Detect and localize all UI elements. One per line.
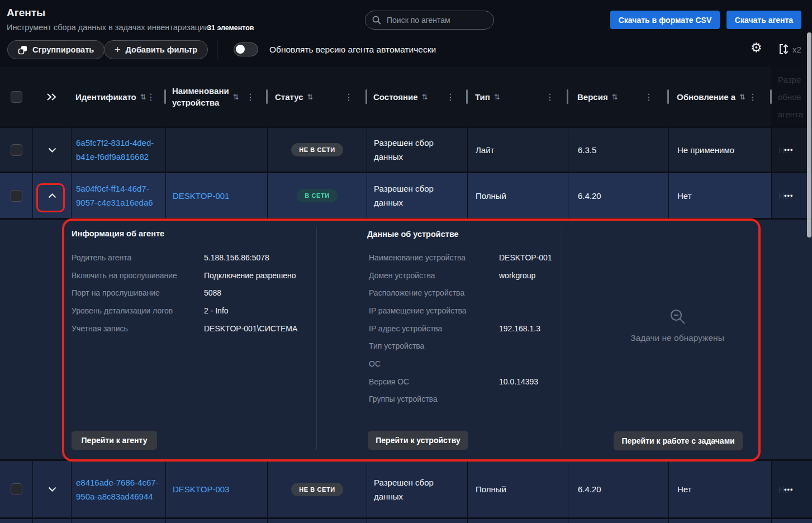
column-menu-icon[interactable]: ⋮ xyxy=(246,92,255,102)
field-value: 10.0.14393 xyxy=(499,377,538,386)
column-menu-icon[interactable]: ⋮ xyxy=(146,92,155,102)
device-info-fields: Наименование устройстваDESKTOP-001 Домен… xyxy=(369,249,557,408)
chevron-up-icon[interactable] xyxy=(48,193,56,198)
field-label: Учетная запись xyxy=(72,324,204,333)
toolbar-divider xyxy=(217,40,217,59)
select-all-checkbox[interactable] xyxy=(11,91,22,103)
download-agent-button[interactable]: Скачать агента xyxy=(726,11,801,29)
chevron-down-icon[interactable] xyxy=(48,487,56,492)
field-label: Порт на прослушивание xyxy=(72,288,204,297)
state-cell: Разрешен сбор данных xyxy=(374,182,460,210)
field-label: Наименование устройства xyxy=(369,253,499,262)
page-subtitle: Инструмент сбора данных в задачах инвент… xyxy=(7,23,208,32)
agent-info-title: Информация об агенте xyxy=(72,229,164,238)
chevron-down-icon[interactable] xyxy=(48,148,56,153)
field-label: Тип устройства xyxy=(369,341,499,350)
row-actions-icon[interactable]: ••• xyxy=(784,485,794,493)
agents-page: Агенты Инструмент сбора данных в задачах… xyxy=(0,0,812,523)
sort-icon[interactable]: ⇅ xyxy=(612,93,618,101)
version-cell: 6.4.20 xyxy=(578,189,601,203)
agent-info-fields: Родитель агента5.188.156.86:5078 Включит… xyxy=(72,249,315,337)
auto-update-toggle-label: Обновлять версию агента автоматически xyxy=(269,45,436,55)
sort-icon[interactable]: ⇅ xyxy=(307,93,314,101)
group-button-label: Сгруппировать xyxy=(32,45,94,54)
table-row-expanded: 5a04f0cf-ff14-46d7-9057-c4e31a16eda6 DES… xyxy=(0,173,812,218)
column-menu-icon[interactable]: ⋮ xyxy=(748,92,757,102)
sort-icon[interactable]: ⇅ xyxy=(233,93,239,101)
table-header: Идентификато ⇅ ⋮ Наименовани устройства … xyxy=(0,67,812,126)
agent-id-link[interactable]: e8416ade-7686-4c67-950a-a8c83ad46944 xyxy=(76,476,161,503)
panel-divider xyxy=(316,227,317,450)
toggle-knob xyxy=(236,45,245,54)
device-name-link[interactable]: DESKTOP-003 xyxy=(173,482,260,496)
page-title: Агенты xyxy=(7,7,45,19)
field-label: Группы устройства xyxy=(369,394,499,403)
group-icon xyxy=(18,45,27,55)
column-header-type: Тип xyxy=(475,91,490,103)
column-header-status: Статус xyxy=(275,91,303,103)
state-cell: Разрешен сбор данных xyxy=(374,476,460,503)
column-header-version: Версия xyxy=(577,91,608,103)
field-value: workgroup xyxy=(499,271,535,280)
row-checkbox[interactable] xyxy=(11,483,22,495)
table-row: e8416ade-7686-4c67-950a-a8c83ad46944 DES… xyxy=(0,461,812,517)
column-menu-icon[interactable]: ⋮ xyxy=(545,92,554,102)
search-box[interactable] xyxy=(365,11,494,30)
field-label: Уровень детализации логов xyxy=(72,306,204,315)
column-menu-icon[interactable]: ⋮ xyxy=(446,92,455,102)
settings-gear-icon[interactable]: ⚙ xyxy=(751,41,762,54)
row-height-control[interactable]: x2 xyxy=(778,43,801,55)
sort-icon[interactable]: ⇅ xyxy=(422,93,428,101)
zoom-out-icon xyxy=(669,308,687,326)
vertical-scrollbar-thumb[interactable] xyxy=(807,32,811,237)
status-badge: В СЕТИ xyxy=(297,189,338,202)
update-cell: Нет xyxy=(677,482,692,496)
field-value: 192.168.1.3 xyxy=(499,324,540,333)
items-count: 31 элементов xyxy=(207,24,254,32)
device-name-link[interactable]: DESKTOP-001 xyxy=(173,189,260,203)
field-value: 5.188.156.86:5078 xyxy=(204,253,269,262)
field-value: 5088 xyxy=(204,288,221,297)
field-value: Подключение разрешено xyxy=(204,271,296,280)
agent-id-link[interactable]: 5a04f0cf-ff14-46d7-9057-c4e31a16eda6 xyxy=(76,182,161,210)
table-row: 6a5fc7f2-831d-4ded-b41e-f6df9a816682 НЕ … xyxy=(0,128,812,172)
update-cell: Нет xyxy=(677,189,692,203)
device-info-title: Данные об устройстве xyxy=(367,230,459,239)
add-filter-button[interactable]: + Добавить фильтр xyxy=(104,40,208,59)
status-badge: НЕ В СЕТИ xyxy=(291,483,343,496)
download-csv-button[interactable]: Скачать в формате CSV xyxy=(610,11,720,29)
search-input[interactable] xyxy=(386,15,487,25)
field-label: Расположение устройства xyxy=(369,288,499,297)
update-cell: Не применимо xyxy=(677,143,734,157)
agent-id-link[interactable]: 6a5fc7f2-831d-4ded-b41e-f6df9a816682 xyxy=(76,136,161,164)
column-menu-icon[interactable]: ⋮ xyxy=(344,92,353,102)
sort-icon[interactable]: ⇅ xyxy=(494,93,500,101)
sort-icon[interactable]: ⇅ xyxy=(140,93,146,101)
plus-icon: + xyxy=(115,45,121,55)
row-checkbox[interactable] xyxy=(11,144,22,156)
group-button[interactable]: Сгруппировать xyxy=(7,40,105,59)
version-cell: 6.4.20 xyxy=(578,482,601,496)
go-to-tasks-button[interactable]: Перейти к работе с задачами xyxy=(614,431,743,450)
column-header-device-name: Наименовани устройства xyxy=(172,85,229,108)
auto-update-toggle[interactable] xyxy=(234,42,258,56)
row-actions-icon[interactable]: ••• xyxy=(784,192,794,200)
column-menu-icon[interactable]: ⋮ xyxy=(644,92,653,102)
type-cell: Лайт xyxy=(476,143,494,157)
field-label: Версия ОС xyxy=(369,377,499,386)
expand-all-icon[interactable] xyxy=(46,93,57,101)
column-header-update: Обновление а xyxy=(677,91,735,103)
agent-detail-panel: Информация об агенте Родитель агента5.18… xyxy=(0,220,812,459)
field-label: Родитель агента xyxy=(72,253,204,262)
field-label: IP размещение устройства xyxy=(369,306,499,315)
field-label: Включить на прослушивание xyxy=(72,271,204,280)
go-to-device-button[interactable]: Перейти к устройству xyxy=(368,431,468,450)
row-scale-label: x2 xyxy=(792,45,801,54)
field-label: IP адрес устройства xyxy=(369,324,499,333)
row-actions-icon[interactable]: ••• xyxy=(784,146,794,154)
row-checkbox[interactable] xyxy=(11,190,22,202)
tasks-empty-message: Задачи не обнаружены xyxy=(593,333,761,343)
field-value: DESKTOP-001 xyxy=(499,253,552,262)
sort-icon[interactable]: ⇅ xyxy=(739,93,745,101)
go-to-agent-button[interactable]: Перейти к агенту xyxy=(72,431,157,450)
